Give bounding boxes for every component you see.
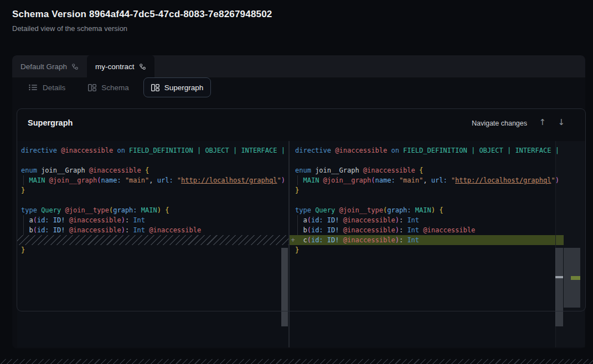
code-line: a(id: ID! @inaccessible): Int: [295, 215, 593, 225]
list-icon: [29, 84, 38, 91]
diff-left-pane[interactable]: directive @inaccessible on FIELD_DEFINIT…: [17, 141, 288, 347]
code-line: MAIN @join__graph(name: "main", url: "ht…: [21, 175, 288, 185]
page-subtitle: Detailed view of the schema version: [12, 24, 127, 33]
code-line: MAIN @join__graph(name: "main", url: "ht…: [295, 175, 593, 185]
code-line: type Query @join__type(graph: MAIN) {: [21, 205, 288, 215]
split-panel-icon: [88, 84, 96, 91]
arrow-down-icon: ↓: [558, 117, 565, 127]
tab-my-contract[interactable]: my-contract: [87, 55, 154, 77]
fork-icon: [139, 63, 146, 70]
diff-right-pane[interactable]: directive @inaccessible on FIELD_DEFINIT…: [290, 141, 593, 347]
code-line: b(id: ID! @inaccessible): Int @inaccessi…: [21, 225, 288, 235]
tab-label: Default Graph: [20, 63, 67, 71]
code-line: [295, 155, 593, 165]
navigate-changes-label: Navigate changes: [472, 119, 527, 127]
tab-supergraph[interactable]: Supergraph: [143, 77, 212, 97]
code-line: }: [295, 185, 593, 195]
code-line: directive @inaccessible on FIELD_DEFINIT…: [295, 145, 593, 155]
navigate-next-button[interactable]: ↓: [558, 117, 565, 127]
tab-details[interactable]: Details: [21, 77, 73, 97]
view-tab-bar: Details Schema Supergraph: [12, 77, 585, 97]
code-line: }: [295, 245, 593, 255]
tab-label: Schema: [101, 84, 129, 92]
code-line: enum join__Graph @inaccessible {: [21, 165, 288, 175]
code-line: enum join__Graph @inaccessible {: [295, 165, 593, 175]
supergraph-diff-editor: directive @inaccessible on FIELD_DEFINIT…: [17, 141, 585, 347]
code-line: [21, 155, 288, 165]
code-line: [295, 195, 593, 205]
tab-label: Details: [43, 84, 65, 92]
diff-added-line: c(id: ID! @inaccessible): Int: [290, 235, 564, 245]
diff-insert-sign: +: [290, 235, 296, 245]
code-line: }: [21, 185, 288, 195]
right-pane-scrollbar[interactable]: [555, 248, 563, 326]
navigate-previous-button[interactable]: ↑: [539, 117, 546, 127]
code-line: type Query @join__type(graph: MAIN) {: [295, 205, 593, 215]
tab-label: Supergraph: [164, 84, 204, 92]
code-block-left: directive @inaccessible on FIELD_DEFINIT…: [17, 141, 288, 255]
fork-icon: [71, 63, 79, 70]
arrow-up-icon: ↑: [539, 117, 546, 127]
scrollbar-change-marker: [555, 276, 563, 278]
split-panel-icon: [151, 84, 159, 91]
code-line: a(id: ID! @inaccessible): Int: [21, 215, 288, 225]
diff-hatch-region: [17, 235, 288, 245]
code-line: [21, 195, 288, 205]
code-block-right: directive @inaccessible on FIELD_DEFINIT…: [290, 141, 593, 255]
code-line: directive @inaccessible on FIELD_DEFINIT…: [21, 145, 288, 155]
variant-tab-bar: Default Graph my-contract: [12, 55, 585, 77]
code-line: b(id: ID! @inaccessible): Int @inaccessi…: [295, 225, 593, 235]
left-pane-scrollbar[interactable]: [281, 248, 288, 326]
clipped-hatch-strip: [0, 359, 593, 364]
tab-label: my-contract: [95, 63, 135, 71]
page-title: Schema Version 8964af44-7dc5-47cd-8083-7…: [12, 9, 272, 20]
tab-default-graph[interactable]: Default Graph: [12, 55, 87, 77]
tab-schema[interactable]: Schema: [80, 77, 137, 97]
minimap-added-marker: [571, 276, 580, 280]
code-line: }: [21, 245, 288, 255]
supergraph-panel-title: Supergraph: [28, 118, 73, 127]
